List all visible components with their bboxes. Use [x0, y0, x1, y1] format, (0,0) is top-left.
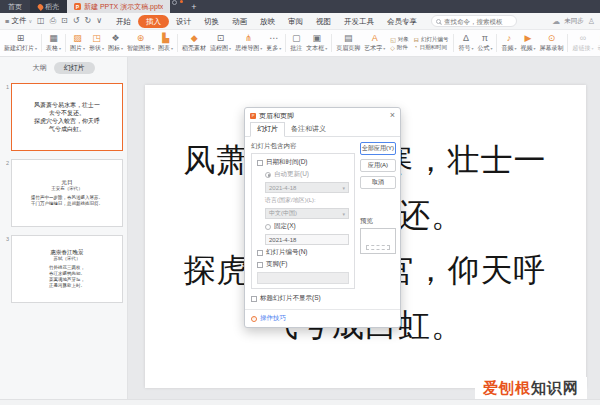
ppt-file-icon: P	[74, 3, 81, 10]
menu-tab-animation[interactable]: 动画	[226, 15, 253, 28]
dialog-tab-slide[interactable]: 幻灯片	[250, 122, 285, 137]
close-icon[interactable]: ×	[390, 111, 395, 120]
mindmap-button[interactable]: ⋔思维导图▾	[233, 33, 264, 53]
print-preview-icon[interactable]: ⊡	[61, 17, 68, 25]
menu-tab-insert[interactable]: 插入	[138, 15, 169, 28]
slide-thumbnail-row: 2元日王安石（宋代）爆竹声中一岁除，春风送暖入屠苏。千门万户曈曈日，总把新桃换旧…	[2, 159, 123, 227]
apply-all-button[interactable]: 全部应用(Y)	[360, 142, 396, 155]
menu-tab-member[interactable]: 会员专享	[381, 15, 423, 28]
customize-qat-icon[interactable]: ∨	[96, 17, 102, 25]
shape-button[interactable]: ◳形状▾	[87, 33, 106, 53]
dialog-buttons-column: 全部应用(Y) 应用(A) 取消 预览	[360, 142, 396, 303]
table-button[interactable]: ▦表格▾	[44, 33, 63, 53]
thumbnail-poem-title: 元日	[62, 179, 73, 186]
comment-button[interactable]: ▢批注	[288, 33, 304, 53]
apply-button[interactable]: 应用(A)	[360, 159, 396, 172]
picture-button[interactable]: ▨图片▾	[68, 33, 87, 53]
language-dropdown[interactable]: 中文(中国) ▾	[265, 208, 349, 219]
slide-thumbnail-2[interactable]: 元日王安石（宋代）爆竹声中一岁除，春风送暖入屠苏。千门万户曈曈日，总把新桃换旧符…	[11, 159, 123, 227]
cloud-sync-icon[interactable]: ☁	[552, 17, 560, 26]
table-label: 表格▾	[46, 44, 61, 53]
dialog-tabs: 幻灯片 备注和讲义	[245, 123, 400, 137]
new-slide-button[interactable]: ⊞新建幻灯片▾	[2, 33, 39, 53]
outline-tab[interactable]: 大纲	[33, 63, 47, 73]
date-time-button[interactable]: ◔日期和时间	[414, 44, 449, 51]
dialog-tab-notes[interactable]: 备注和讲义	[285, 123, 332, 136]
auto-update-radio-row[interactable]: 自动更新(U)	[265, 170, 349, 179]
preview-box	[360, 228, 396, 254]
save-icon[interactable]: ◫	[37, 17, 45, 25]
ribbon-separator	[453, 34, 454, 52]
dialog-footer: ! 操作技巧	[245, 309, 400, 327]
slide-thumbnail-3[interactable]: 惠崇春江晚景苏轼（宋代）竹外桃花三两枝，春江水暖鸭先知。蒌蒿满地芦芽短，正是河豚…	[11, 235, 123, 303]
slide-thumbnail-1[interactable]: 风萧萧兮易水寒，壮士一去兮不复还。探虎穴兮入蛟宫，仰天呼气兮成白虹。	[11, 83, 123, 151]
checkbox-icon[interactable]	[251, 296, 257, 302]
header-footer-button[interactable]: ▤页眉页脚	[334, 33, 362, 53]
checkbox-icon[interactable]	[257, 262, 263, 268]
chevron-down-icon: ▾	[471, 46, 473, 51]
slides-side-panel: 大纲 幻灯片 1风萧萧兮易水寒，壮士一去兮不复还。探虎穴兮入蛟宫，仰天呼气兮成白…	[0, 57, 128, 399]
slide-number-button[interactable]: ⊟幻灯片编号	[414, 36, 449, 43]
slides-tab[interactable]: 幻灯片	[54, 62, 95, 74]
flowchart-icon: ⊡	[217, 33, 225, 43]
chart-button[interactable]: ▙图表▾	[156, 33, 175, 53]
print-icon[interactable]: ⎙	[50, 17, 56, 25]
menu-tab-view[interactable]: 视图	[310, 15, 337, 28]
flowchart-button[interactable]: ⊡流程图▾	[208, 33, 233, 53]
attachment-button[interactable]: ◇附件	[390, 44, 409, 51]
footer-text-input[interactable]	[257, 272, 349, 284]
file-menu[interactable]: ≡ 文件 ∨	[5, 16, 32, 26]
video-button[interactable]: ▶视频▾	[518, 33, 537, 53]
audio-button[interactable]: ♪音频▾	[499, 33, 518, 53]
slide-number-checkbox-row[interactable]: 幻灯片编号(N)	[257, 248, 349, 257]
radio-unselected-icon[interactable]	[265, 224, 271, 230]
menu-tab-design[interactable]: 设计	[170, 15, 197, 28]
formula-icon: π	[482, 33, 488, 43]
checkbox-icon[interactable]	[257, 160, 263, 166]
command-search-box[interactable]	[431, 15, 517, 27]
smartart-label: 智能图形▾	[127, 44, 154, 53]
symbol-button[interactable]: Δ符号▾	[456, 33, 475, 53]
search-icon	[436, 19, 441, 24]
document-tab[interactable]: P 新建 PPTX 演示文稿.pptx	[67, 0, 170, 13]
tip-bulb-icon[interactable]	[172, 0, 177, 5]
textbox-button[interactable]: ▣文本框▾	[304, 33, 329, 53]
menu-tab-review[interactable]: 审阅	[282, 15, 309, 28]
new-document-tab-button[interactable]: +	[183, 0, 204, 13]
watermark-dark-text: 知识网	[531, 379, 579, 398]
fixed-radio-row[interactable]: 固定(X)	[265, 222, 349, 231]
wordart-label: 艺术字▾	[364, 44, 385, 53]
cancel-button[interactable]: 取消	[360, 176, 396, 189]
object-button[interactable]: ◱对象	[390, 36, 409, 43]
chevron-down-icon: ▾	[490, 46, 492, 51]
screen-record-button[interactable]: ⊙屏幕录制	[537, 33, 565, 53]
docer-tab[interactable]: 稻壳	[30, 0, 67, 13]
docer-material-button[interactable]: ◆稻壳素材	[180, 33, 208, 53]
title-slide-checkbox-row[interactable]: 标题幻灯片不显示(S)	[251, 294, 355, 303]
avatar-icon[interactable]: ♙	[588, 17, 595, 26]
more-button[interactable]: ⋯更多▾	[264, 33, 283, 53]
header-footer-icon: ▤	[344, 33, 353, 43]
menu-tab-developer[interactable]: 开发工具	[338, 15, 380, 28]
chevron-down-icon: ▾	[279, 46, 281, 51]
auto-date-dropdown[interactable]: 2021-4-18 ▾	[265, 182, 349, 193]
footer-checkbox-row[interactable]: 页脚(F)	[257, 260, 349, 269]
date-time-checkbox-row[interactable]: 日期和时间(D)	[257, 158, 349, 167]
smartart-button[interactable]: ⊛智能图形▾	[125, 33, 156, 53]
menu-tab-home[interactable]: 开始	[110, 15, 137, 28]
icon-library-button[interactable]: ❖图标▾	[106, 33, 125, 53]
home-page-tab[interactable]: 首页	[0, 0, 30, 13]
search-input[interactable]	[444, 18, 514, 25]
wordart-button[interactable]: A艺术字▾	[362, 33, 387, 53]
radio-selected-icon[interactable]	[265, 172, 271, 178]
checkbox-icon[interactable]	[257, 250, 263, 256]
redo-icon[interactable]: ↻	[84, 17, 91, 25]
formula-button[interactable]: π公式▾	[475, 33, 494, 53]
operation-tips-link[interactable]: 操作技巧	[260, 314, 286, 323]
dialog-titlebar[interactable]: P 页眉和页脚 ×	[245, 108, 400, 123]
undo-icon[interactable]: ↺	[73, 17, 80, 25]
menu-tab-transition[interactable]: 切换	[198, 15, 225, 28]
menu-tab-slideshow[interactable]: 放映	[254, 15, 281, 28]
chevron-down-icon: ▾	[342, 211, 345, 217]
fixed-date-input[interactable]: 2021-4-18	[265, 234, 349, 245]
